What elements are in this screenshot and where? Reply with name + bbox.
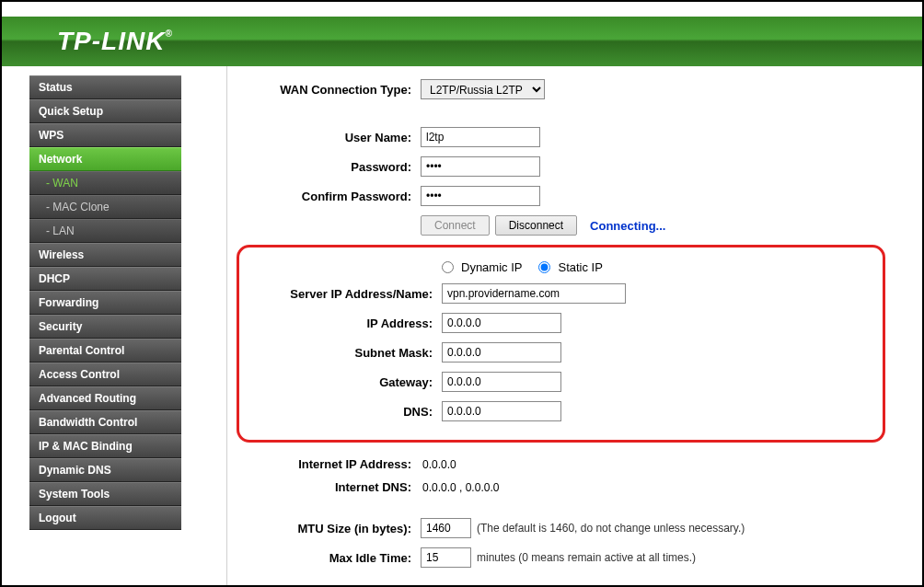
username-input[interactable] [421, 127, 540, 147]
sidebar-item-mac-clone[interactable]: - MAC Clone [29, 195, 181, 219]
sidebar-item-wireless[interactable]: Wireless [29, 243, 181, 267]
sidebar-item-advanced-routing[interactable]: Advanced Routing [29, 386, 181, 410]
brand-text: TP-LINK [57, 27, 165, 55]
sidebar-item-system-tools[interactable]: System Tools [29, 482, 181, 506]
static-ip-label: Static IP [558, 260, 602, 274]
sidebar-item-security[interactable]: Security [29, 315, 181, 339]
sidebar-item-network[interactable]: Network [29, 147, 181, 171]
dns-input[interactable] [442, 401, 561, 421]
internet-dns-value: 0.0.0.0 , 0.0.0.0 [421, 481, 904, 494]
main-content: WAN Connection Type: L2TP/Russia L2TP Us… [226, 66, 904, 585]
dynamic-ip-radio[interactable] [442, 261, 454, 273]
ip-address-input[interactable] [442, 313, 561, 333]
confirm-password-label: Confirm Password: [227, 190, 421, 203]
subnet-mask-label: Subnet Mask: [248, 346, 442, 360]
sidebar-item-dynamic-dns[interactable]: Dynamic DNS [29, 458, 181, 482]
subnet-mask-input[interactable] [442, 342, 561, 363]
dns-label: DNS: [248, 405, 442, 419]
sidebar-item-ip-mac-binding[interactable]: IP & MAC Binding [29, 434, 181, 458]
mtu-input[interactable] [421, 518, 471, 538]
internet-ip-value: 0.0.0.0 [421, 458, 904, 471]
sidebar: StatusQuick SetupWPSNetwork- WAN- MAC Cl… [2, 66, 195, 585]
password-label: Password: [227, 160, 421, 174]
sidebar-item-wps[interactable]: WPS [29, 123, 181, 147]
sidebar-item-lan[interactable]: - LAN [29, 219, 181, 243]
sidebar-item-wan[interactable]: - WAN [29, 171, 181, 195]
sidebar-item-dhcp[interactable]: DHCP [29, 267, 181, 291]
username-label: User Name: [227, 131, 421, 144]
connect-button[interactable]: Connect [421, 215, 490, 236]
idle-hint: minutes (0 means remain active at all ti… [477, 551, 696, 564]
sidebar-item-bandwidth-control[interactable]: Bandwidth Control [29, 410, 181, 434]
sidebar-item-status[interactable]: Status [29, 75, 181, 99]
sidebar-item-forwarding[interactable]: Forwarding [29, 291, 181, 315]
brand-logo: TP-LINK® [57, 27, 173, 56]
ip-address-label: IP Address: [248, 317, 442, 330]
mtu-label: MTU Size (in bytes): [227, 522, 421, 535]
server-address-input[interactable] [442, 283, 626, 304]
idle-label: Max Idle Time: [227, 551, 421, 565]
dynamic-ip-label: Dynamic IP [461, 260, 522, 274]
disconnect-button[interactable]: Disconnect [495, 215, 577, 236]
wan-type-label: WAN Connection Type: [227, 83, 421, 97]
static-ip-radio[interactable] [538, 261, 550, 273]
gateway-input[interactable] [442, 372, 561, 392]
password-input[interactable] [421, 156, 540, 177]
header: TP-LINK® [2, 2, 922, 66]
sidebar-item-logout[interactable]: Logout [29, 506, 181, 530]
mtu-hint: (The default is 1460, do not change unle… [477, 522, 745, 535]
internet-dns-label: Internet DNS: [227, 480, 421, 494]
idle-input[interactable] [421, 547, 471, 568]
ip-settings-highlight-box: Dynamic IP Static IP Server IP Address/N… [237, 245, 885, 443]
connection-status: Connecting... [590, 219, 665, 233]
server-label: Server IP Address/Name: [248, 287, 442, 301]
sidebar-item-parental-control[interactable]: Parental Control [29, 339, 181, 363]
confirm-password-input[interactable] [421, 186, 540, 206]
wan-connection-type-select[interactable]: L2TP/Russia L2TP [421, 79, 545, 99]
gateway-label: Gateway: [248, 375, 442, 389]
sidebar-item-access-control[interactable]: Access Control [29, 363, 181, 386]
sidebar-item-quick-setup[interactable]: Quick Setup [29, 99, 181, 123]
internet-ip-label: Internet IP Address: [227, 457, 421, 471]
